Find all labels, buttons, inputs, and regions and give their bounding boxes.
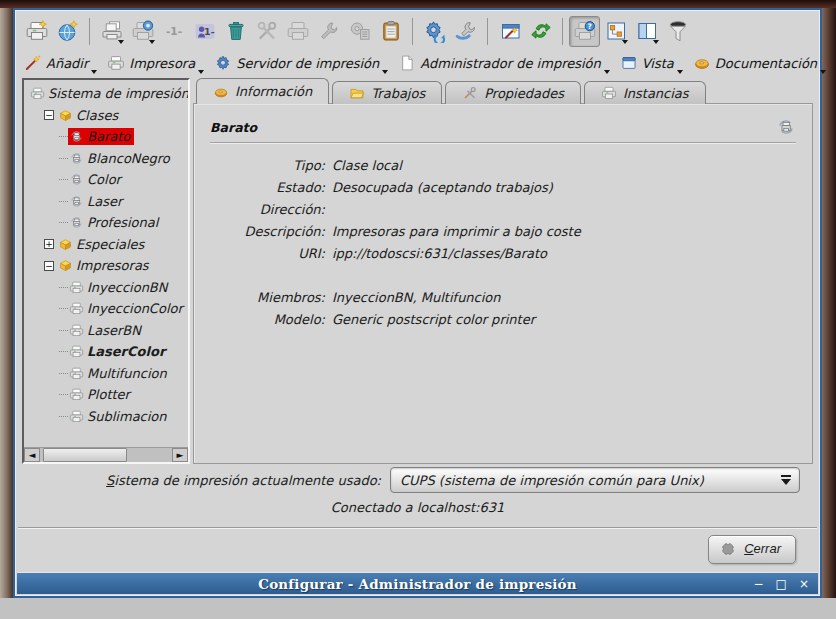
menu-documentacion[interactable]: Documentación (690, 52, 829, 75)
tab-instancias-label: Instancias (623, 86, 689, 101)
window-titlebar[interactable]: Configurar - Administrador de impresión … (17, 572, 818, 594)
tree-item-blanconegro[interactable]: BlancoNegro (27, 148, 188, 170)
filter-button[interactable] (662, 16, 693, 47)
toolbar-separator (487, 18, 488, 45)
scroll-left-arrow-icon[interactable]: ◄ (24, 448, 40, 462)
printer-admin-window: -1-1-? AñadirImpresoraServidor de impres… (13, 8, 822, 598)
close-button[interactable]: Cerrar (708, 535, 796, 564)
tree-item-inyeccionbn[interactable]: InyeccionBN (27, 277, 188, 299)
print-test-page-button[interactable] (96, 16, 127, 47)
donut-icon (213, 84, 229, 100)
chevron-down-icon[interactable] (773, 468, 799, 492)
tree-item-profesional[interactable]: Profesional (27, 212, 188, 234)
tree-item-laser[interactable]: Laser (27, 191, 188, 213)
printer-info-toggle[interactable]: ? (569, 16, 600, 47)
tree-item-laserbn[interactable]: LaserBN (27, 320, 188, 342)
window-frame-right (822, 0, 836, 598)
dropdown-arrow-icon[interactable] (604, 70, 610, 74)
printer-state-button[interactable] (127, 16, 158, 47)
printer-icon (69, 280, 84, 295)
close-icon[interactable]: × (799, 578, 809, 590)
tab-propiedades[interactable]: Propiedades (445, 81, 581, 104)
user-quota-button[interactable]: 1- (189, 16, 220, 47)
scrollbar-thumb[interactable] (43, 448, 127, 462)
desktop-background (0, 598, 836, 619)
tree-item-clases[interactable]: −Clases (27, 105, 188, 127)
tree-item-sublimacion[interactable]: Sublimacion (27, 406, 188, 428)
scrollbar-track[interactable] (40, 448, 172, 462)
window-wand-icon (498, 19, 522, 43)
toolbar-separator (89, 18, 90, 45)
main-toolbar: -1-1-? (15, 10, 820, 50)
tab-informacion[interactable]: Información (196, 78, 329, 104)
clipboard-icon (379, 19, 403, 43)
combobox-value: CUPS (sistema de impresión común para Un… (391, 473, 773, 488)
tree-view-button[interactable] (600, 16, 631, 47)
add-printer-wizard-button[interactable] (21, 16, 52, 47)
menu-administrador[interactable]: Administrador de impresión (395, 52, 612, 75)
collapse-icon[interactable]: − (44, 110, 54, 120)
trash-icon (224, 19, 248, 43)
wizard-button[interactable] (494, 16, 525, 47)
class-icon (69, 194, 84, 209)
minimize-icon[interactable]: − (754, 578, 764, 590)
class-icon (69, 129, 84, 144)
printer-icon (30, 86, 45, 101)
menu-vista[interactable]: Vista (617, 52, 686, 75)
tree-item-label: Color (87, 172, 121, 187)
tree-item-inyeccioncolor[interactable]: InyeccionColor (27, 298, 188, 320)
tab-trabajos-label: Trabajos (371, 86, 425, 101)
tree-item-label: Clases (76, 108, 118, 123)
dropdown-arrow-icon[interactable] (149, 40, 155, 44)
server-tools-button[interactable] (450, 16, 481, 47)
driver-settings-button (344, 16, 375, 47)
printer-gray-icon (286, 19, 310, 43)
dropdown-arrow-icon[interactable] (677, 70, 683, 74)
menu-anadir[interactable]: Añadir (21, 52, 100, 75)
detail-view-button[interactable] (631, 16, 662, 47)
refresh-button[interactable] (525, 16, 556, 47)
tree-item-multifuncion[interactable]: Multifuncion (27, 363, 188, 385)
server-settings-button[interactable] (419, 16, 450, 47)
tree-item-sistema-de-impresión[interactable]: Sistema de impresión (27, 83, 188, 105)
tab-trabajos[interactable]: Trabajos (332, 81, 442, 104)
tree-item-impresoras[interactable]: −Impresoras (27, 255, 188, 277)
jobs-clipboard-button[interactable] (375, 16, 406, 47)
remove-button[interactable] (220, 16, 251, 47)
dropdown-arrow-icon[interactable] (820, 70, 826, 74)
printer-icon (107, 54, 125, 72)
dropdown-arrow-icon[interactable] (198, 70, 204, 74)
menu-servidor[interactable]: Servidor de impresión (211, 52, 391, 75)
tree-item-label: BlancoNegro (87, 151, 170, 166)
printer-icon (69, 344, 84, 359)
close-button-label: Cerrar (744, 541, 781, 556)
tab-instancias[interactable]: Instancias (584, 81, 706, 104)
window-title: Configurar - Administrador de impresión (17, 576, 818, 592)
tree-item-lasercolor[interactable]: LaserColor (27, 341, 188, 363)
expand-icon[interactable]: + (44, 239, 54, 249)
menu-impresora[interactable]: Impresora (104, 52, 207, 75)
dropdown-arrow-icon[interactable] (382, 70, 388, 74)
dropdown-arrow-icon[interactable] (653, 40, 659, 44)
add-class-wizard-button[interactable] (52, 16, 83, 47)
dropdown-arrow-icon[interactable] (622, 40, 628, 44)
print-system-combobox[interactable]: CUPS (sistema de impresión común para Un… (390, 467, 800, 493)
maximize-icon[interactable]: □ (776, 578, 787, 590)
dropdown-arrow-icon[interactable] (118, 40, 124, 44)
wand-icon (24, 54, 42, 72)
tree-item-barato[interactable]: Barato (27, 126, 188, 148)
menu-anadir-label: Añadir (46, 56, 88, 71)
collapse-icon[interactable]: − (44, 261, 54, 271)
tree-item-plotter[interactable]: Plotter (27, 384, 188, 406)
field-label: Estado: (210, 180, 332, 202)
tree-connector (59, 136, 68, 137)
dropdown-arrow-icon[interactable] (91, 70, 97, 74)
scroll-right-arrow-icon[interactable]: ► (172, 448, 188, 462)
tree-item-especiales[interactable]: +Especiales (27, 234, 188, 256)
info-fields: Tipo:Clase localEstado:Desocupada (acept… (210, 158, 796, 334)
svg-text:1-: 1- (204, 26, 215, 37)
configure-button (251, 16, 282, 47)
info-panel: Barato Tipo:Clase localEstado:Desocupada… (193, 103, 813, 464)
tree-item-color[interactable]: Color (27, 169, 188, 191)
tree-horizontal-scrollbar[interactable]: ◄ ► (24, 447, 188, 462)
